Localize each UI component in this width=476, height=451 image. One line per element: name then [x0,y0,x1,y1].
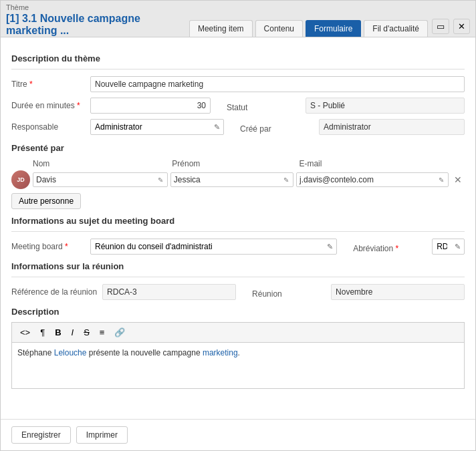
tab-meeting-item[interactable]: Meeting item [189,20,253,37]
reference-label: Référence de la réunion [11,284,97,298]
presenter-section-title: Présenté par [11,143,465,153]
editor-link2: marketing [203,348,238,357]
statut-label: Statut [227,100,300,112]
meeting-board-row: Meeting board * ✎ Abréviation * ✎ [11,239,465,255]
strikethrough-btn[interactable]: S [80,325,94,339]
tab-contenu[interactable]: Contenu [255,20,303,37]
list-btn[interactable]: ≡ [96,325,109,339]
cree-par-label: Créé par [240,121,314,134]
main-window: Thème [1] 3.1 Nouvelle campagne marketin… [0,0,476,451]
statut-input [306,98,465,114]
editor-body[interactable]: Stéphane Lelouche présente la nouvelle c… [11,342,465,389]
responsable-label: Responsable [11,119,85,132]
header: Thème [1] 3.1 Nouvelle campagne marketin… [1,1,475,37]
meeting-board-edit-icon[interactable]: ✎ [324,240,336,254]
link-btn[interactable]: 🔗 [110,325,129,339]
nom-edit-icon[interactable]: ✎ [156,176,164,184]
bold-btn[interactable]: B [51,325,65,339]
duree-input[interactable] [90,98,211,114]
nom-value: Davis [36,175,156,184]
description-editor: <> ¶ B I S ≡ 🔗 Stéphane Lelouche présent… [11,322,465,389]
email-value: j.davis@contelo.com [300,175,437,184]
abbreviation-group: Abréviation * ✎ [353,239,465,255]
email-edit-icon[interactable]: ✎ [437,176,445,184]
prenom-edit-icon[interactable]: ✎ [282,176,290,184]
cree-par-input [319,119,465,135]
theme-title: [1] 3.1 Nouvelle campagne marketing ... [6,13,189,37]
responsable-edit-icon[interactable]: ✎ [211,120,223,134]
editor-link: Lelouche [54,348,87,357]
abbreviation-input[interactable] [433,239,451,254]
code-btn[interactable]: <> [16,325,34,339]
reunion-input [331,284,465,300]
header-left: Thème [1] 3.1 Nouvelle campagne marketin… [6,3,189,37]
responsable-input[interactable] [91,120,211,134]
presenter-row: JD Davis ✎ Jessica ✎ j.davis@contelo.com… [11,170,465,189]
description-section-title: Description du thème [11,53,465,63]
nom-col-header: Nom [33,158,172,168]
prenom-field: Jessica ✎ [170,172,293,187]
abbreviation-field: ✎ [432,239,465,255]
editor-toolbar: <> ¶ B I S ≡ 🔗 [11,322,465,342]
reunion-divider [11,277,465,277]
meeting-board-field: ✎ [90,239,337,255]
email-field: j.davis@contelo.com ✎ [296,172,449,187]
autre-personne-button[interactable]: Autre personne [11,193,81,209]
responsable-field: ✎ [90,119,224,135]
paragraph-btn[interactable]: ¶ [36,325,49,339]
print-button[interactable]: Imprimer [76,426,128,444]
close-button[interactable]: ✕ [453,19,470,34]
reference-input [102,284,236,300]
editor-content: Stéphane Lelouche présente la nouvelle c… [17,348,240,357]
nom-field: Davis ✎ [33,172,168,187]
meeting-board-section-title: Informations au sujet du meeting board [11,216,465,226]
footer: Enregistrer Imprimer [1,419,475,450]
duree-label: Durée en minutes * [11,98,85,110]
prenom-col-header: Prénom [172,158,299,168]
abbreviation-edit-icon[interactable]: ✎ [451,240,464,254]
reunion-section-title: Informations sur la réunion [11,261,465,271]
reunion-label: Réunion [252,286,326,299]
tab-formulaire[interactable]: Formulaire [306,20,361,37]
reunion-row: Référence de la réunion Réunion [11,284,465,300]
restore-button[interactable]: ▭ [432,19,449,34]
header-tabs: Meeting item Contenu Formulaire Fil d'ac… [189,20,428,37]
meeting-board-label: Meeting board * [11,239,85,251]
titre-row: Titre * [11,76,465,92]
reunion-group: Réunion [252,284,465,300]
save-button[interactable]: Enregistrer [11,426,71,444]
titre-label: Titre * [11,76,85,89]
meeting-board-input[interactable] [91,239,324,254]
theme-label: Thème [6,3,189,11]
meeting-board-divider [11,231,465,232]
responsable-row: Responsable ✎ Créé par [11,119,465,135]
tab-fil-actualite[interactable]: Fil d'actualité [364,20,428,37]
presenter-section: Présenté par Nom Prénom E-mail JD [11,143,465,209]
prenom-value: Jessica [174,175,282,184]
abbreviation-label: Abréviation * [353,241,427,253]
content-area: Description du thème Titre * Durée en mi… [1,37,475,419]
italic-btn[interactable]: I [68,325,78,339]
avatar: JD [11,170,30,189]
duree-statut-row: Durée en minutes * Statut [11,98,465,114]
presenter-col-headers: Nom Prénom E-mail [11,158,465,168]
email-col-header: E-mail [299,158,451,168]
description-editor-title: Description [11,307,465,317]
header-actions: ▭ ✕ [432,19,470,37]
delete-presenter-icon[interactable]: ✕ [451,174,465,185]
titre-input[interactable] [90,76,465,92]
description-divider [11,69,465,69]
